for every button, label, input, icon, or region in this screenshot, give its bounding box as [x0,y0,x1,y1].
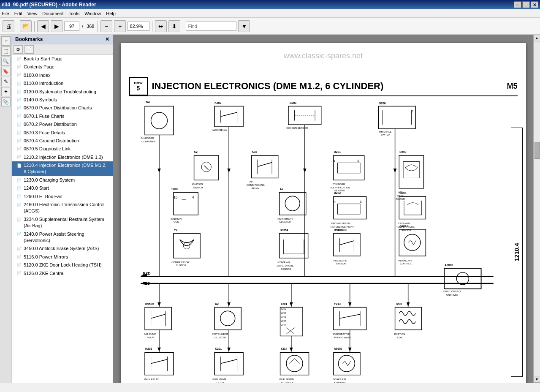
bookmark-item-0670-3-fuse-details[interactable]: 📄0670.3 Fuse Details [12,129,113,137]
bookmark-item-2460-aegs[interactable]: 📄2460.0 Electronic Transmission Control … [12,201,113,215]
svg-marker-185 [348,302,351,307]
bookmark-icon-0670-2-power: 📄 [16,122,22,128]
svg-text:COMPUTER: COMPUTER [141,140,155,143]
fit-width-button[interactable]: ⬌ [155,20,167,32]
bookmark-item-0670-2-power[interactable]: 📄0670.2 Power Distribution [12,120,113,128]
svg-text:THROTTLE: THROTTLE [378,131,391,133]
sidebar-options-button[interactable]: ⚙ [14,45,23,54]
bookmark-item-back-to-start[interactable]: 📄Back to Start Page [12,55,113,63]
select-tool-icon[interactable]: ⬚ [1,46,11,56]
menu-item-window[interactable]: Window [84,11,101,16]
svg-marker-191 [393,169,396,173]
close-button[interactable]: ✕ [531,1,538,8]
menu-item-view[interactable]: View [27,11,38,16]
bmw-number: 5 [137,85,140,92]
page-number-input[interactable] [64,22,79,31]
svg-text:Y203: Y203 [280,312,286,314]
bookmark-label-5116-mirrors: 5116.0 Power Mirrors [24,254,110,260]
scroll-track[interactable] [534,41,540,376]
svg-text:INSTRUMENT: INSTRUMENT [277,218,293,220]
svg-text:COMPRESSOR: COMPRESSOR [171,261,189,264]
scroll-down-button[interactable]: ▼ [534,376,540,383]
vertical-scrollbar[interactable]: ▲ ▼ [533,35,540,383]
zoom-tool-icon[interactable]: 🔍 [1,57,11,66]
svg-text:CONTROL: CONTROL [334,381,346,383]
maximize-button[interactable]: □ [522,1,530,8]
svg-text:FUEL PUMP: FUEL PUMP [212,378,226,381]
svg-rect-95 [399,229,426,256]
svg-text:S: S [357,159,359,162]
bookmark-item-1240-start[interactable]: 📄1240.0 Start [12,184,113,192]
bookmark-item-contents[interactable]: 📄Contents Page [12,63,113,71]
bookmark-item-0130-troubleshoot[interactable]: 📄0130.0 Systematic Troubleshooting [12,88,113,96]
svg-text:B201: B201 [334,150,340,153]
svg-text:INTAKE AIR: INTAKE AIR [277,261,290,264]
bookmark-item-0670-4-ground[interactable]: 📄0670.4 Ground Distribution [12,137,113,145]
svg-text:S2: S2 [194,150,198,153]
zoom-in-button[interactable]: + [114,20,126,32]
bookmark-item-0140-symbols[interactable]: 📄0140.0 Symbols [12,96,113,104]
find-input[interactable] [186,22,236,31]
svg-rect-88 [333,234,360,256]
svg-text:15: 15 [174,195,178,199]
bookmark-item-0100-index[interactable]: 📄0100.0 Index [12,71,113,79]
bookmark-item-1210-2-injection[interactable]: 📄1210.2 Injection Electronics (DME 1.3) [12,153,113,161]
zoom-input[interactable] [128,22,149,31]
bookmark-tool-icon[interactable]: 🔖 [1,67,11,76]
bookmark-item-0110-intro[interactable]: 📄0110.0 Introduction [12,79,113,87]
bookmark-item-0670-power-dist-charts[interactable]: 📄0670.0 Power Distribution Charts [12,104,113,112]
sidebar: Bookmarks ✕ ⚙ 📄 📄Back to Start Page📄Cont… [12,35,113,383]
bookmark-label-back-to-start: Back to Start Page [24,56,110,62]
svg-text:T200: T200 [171,188,178,191]
comment-tool-icon[interactable]: ✎ [1,77,11,86]
svg-text:IGNITION: IGNITION [171,218,182,220]
svg-text:EVAPORATIVE: EVAPORATIVE [332,333,349,335]
pdf-area[interactable]: www.classic-spares.net BMW 5 INJECTION E… [113,35,533,383]
svg-marker-190 [303,169,306,173]
bookmark-icon-3240-steering: 📄 [16,231,22,237]
menu-item-document[interactable]: Document [42,11,63,16]
menu-item-help[interactable]: Help [106,11,116,16]
svg-text:A9500: A9500 [445,264,453,267]
svg-rect-64 [403,162,420,178]
svg-text:IDLE SPEED: IDLE SPEED [279,378,293,381]
svg-text:MAIN RELAY: MAIN RELAY [144,378,159,381]
prev-page-button[interactable]: ◀ [37,20,49,32]
bookmark-item-1230-charging[interactable]: 📄1230.0 Charging System [12,176,113,184]
bookmark-item-3450-abs[interactable]: 📄3450.0 Antilock Brake System (ABS) [12,245,113,253]
menu-item-edit[interactable]: Edit [14,11,22,16]
bookmark-item-5120-zke-door[interactable]: 📄5120.0 ZKE Door Lock Heating (TSH) [12,261,113,269]
print-button[interactable]: 🖨 [3,20,14,32]
next-page-button[interactable]: ▶ [51,20,62,32]
open-button[interactable]: 📂 [20,20,32,32]
titlebar-title: e34_90.pdf (SECURED) - Adobe Reader [2,2,96,8]
fit-page-button[interactable]: ⬍ [168,20,180,32]
svg-text:INTAKE AIR: INTAKE AIR [332,378,346,381]
sidebar-collapse-button[interactable]: 📄 [24,45,34,54]
sidebar-close-icon[interactable]: ✕ [105,36,109,42]
bookmark-icon-1230-charging: 📄 [16,177,22,183]
bookmark-item-5116-mirrors[interactable]: 📄5116.0 Power Mirrors [12,253,113,261]
bookmark-item-0670-1-fuse[interactable]: 📄0670.1 Fuse Charts [12,112,113,120]
bookmark-item-3240-steering[interactable]: 📄3240.0 Power Assist Steering (Servotron… [12,230,113,245]
bookmark-item-5126-zke-central[interactable]: 📄5126.0 ZKE Central [12,270,113,278]
zoom-out-button[interactable]: − [100,20,112,32]
hand-tool-icon[interactable]: ☞ [1,36,11,46]
attach-tool-icon[interactable]: 📎 [1,97,11,106]
menu-item-file[interactable]: File [2,11,9,16]
scroll-thumb[interactable] [535,142,540,159]
bookmark-icon-0670-1-fuse: 📄 [16,114,22,120]
bmw-logo: BMW 5 [129,77,148,95]
svg-text:TEMPERATURE: TEMPERATURE [275,264,293,267]
bookmark-item-0670-5-diag[interactable]: 📄0670.5 Diagnostic Link [12,145,113,153]
find-dropdown-button[interactable]: ▼ [238,20,250,32]
minimize-button[interactable]: − [514,1,521,8]
bookmark-item-1210-4-injection[interactable]: 📄1210.4 Injection Electronics (DME M1.2,… [12,161,113,176]
svg-text:B204: B204 [399,191,406,194]
bookmark-item-1290-efan[interactable]: 📄1290.0 E- Box Fan [12,193,113,201]
bookmark-item-3234-airbag[interactable]: 📄3234.0 Supplemental Restraint System (A… [12,215,113,230]
stamp-tool-icon[interactable]: ✦ [1,87,11,96]
menu-item-tools[interactable]: Tools [69,11,80,16]
separator [34,21,35,32]
scroll-up-button[interactable]: ▲ [534,35,540,41]
